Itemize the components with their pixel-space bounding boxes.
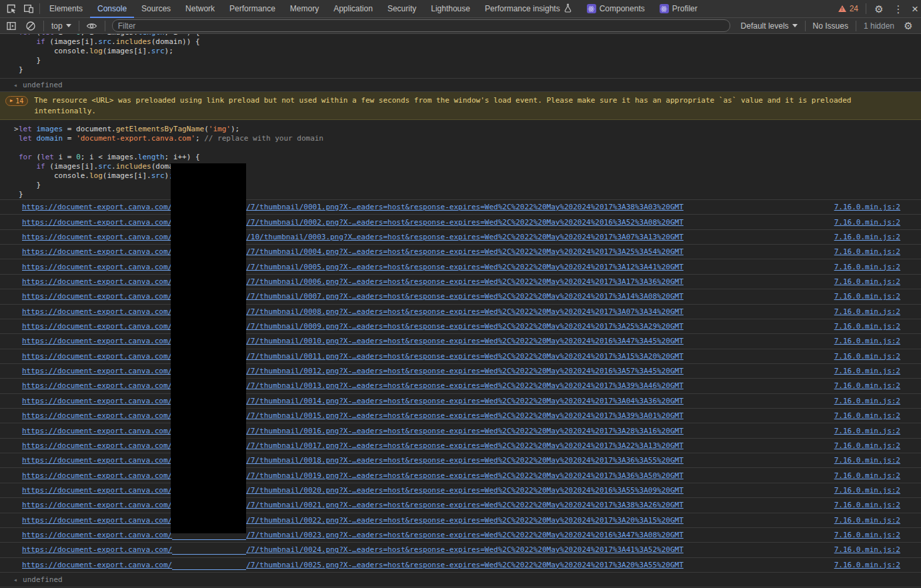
tab-security[interactable]: Security bbox=[380, 0, 423, 18]
source-location-link[interactable]: 7.16.0.min.js:2 bbox=[834, 411, 900, 420]
tab-network[interactable]: Network bbox=[178, 0, 222, 18]
logged-url-link-prefix[interactable]: https://document-export.canva.com/ bbox=[22, 203, 172, 211]
source-location-link[interactable]: 7.16.0.min.js:2 bbox=[834, 233, 900, 241]
logged-url-link-path[interactable]: /7/thumbnail/0014.png?X-…eaders=host&res… bbox=[246, 397, 684, 405]
source-location-link[interactable]: 7.16.0.min.js:2 bbox=[834, 501, 900, 509]
logged-url-link-path[interactable]: /7/thumbnail/0021.png?X-…eaders=host&res… bbox=[246, 501, 684, 509]
console-settings-button[interactable]: ⚙ bbox=[900, 18, 917, 34]
tab-sources[interactable]: Sources bbox=[134, 0, 178, 18]
source-location-link[interactable]: 7.16.0.min.js:2 bbox=[834, 322, 900, 331]
tab-memory[interactable]: Memory bbox=[283, 0, 326, 18]
logged-url-link-prefix[interactable]: https://document-export.canva.com/ bbox=[22, 561, 172, 569]
logged-url-link-prefix[interactable]: https://document-export.canva.com/ bbox=[22, 307, 172, 316]
devtools-settings-button[interactable]: ⚙ bbox=[870, 1, 888, 17]
logged-url-link-prefix[interactable]: https://document-export.canva.com/ bbox=[22, 531, 172, 539]
tab-lighthouse[interactable]: Lighthouse bbox=[423, 0, 478, 18]
source-location-link[interactable]: 7.16.0.min.js:2 bbox=[834, 381, 900, 390]
source-location-link[interactable]: 7.16.0.min.js:2 bbox=[834, 277, 900, 286]
logged-url-link-path[interactable]: /7/thumbnail/0007.png?X-…eaders=host&res… bbox=[246, 292, 684, 301]
logged-url-link-path[interactable]: /7/thumbnail/0024.png?X-…eaders=host&res… bbox=[246, 545, 684, 554]
tab-components[interactable]: Components bbox=[580, 0, 652, 18]
source-location-link[interactable]: 7.16.0.min.js:2 bbox=[834, 247, 900, 256]
source-location-link[interactable]: 7.16.0.min.js:2 bbox=[834, 456, 900, 465]
tab-performance-insights[interactable]: Performance insights bbox=[478, 0, 580, 18]
logged-url-link-prefix[interactable]: https://document-export.canva.com/ bbox=[22, 352, 172, 361]
tab-performance[interactable]: Performance bbox=[222, 0, 283, 18]
source-location-link[interactable]: 7.16.0.min.js:2 bbox=[834, 307, 900, 316]
logged-url-link-prefix[interactable]: https://document-export.canva.com/ bbox=[22, 397, 172, 405]
source-location-link[interactable]: 7.16.0.min.js:2 bbox=[834, 367, 900, 375]
logged-url-link-prefix[interactable]: https://document-export.canva.com/ bbox=[22, 247, 172, 256]
console-sidebar-toggle-button[interactable] bbox=[3, 18, 20, 34]
source-location-link[interactable]: 7.16.0.min.js:2 bbox=[834, 471, 900, 480]
logged-url-link-prefix[interactable]: https://document-export.canva.com/ bbox=[22, 263, 172, 271]
source-location-link[interactable]: 7.16.0.min.js:2 bbox=[834, 441, 900, 450]
console-filter-input[interactable] bbox=[112, 19, 730, 32]
clear-console-button[interactable] bbox=[22, 18, 39, 34]
logged-url-link-path[interactable]: /7/thumbnail/0022.png?X-…eaders=host&res… bbox=[246, 516, 684, 525]
device-toolbar-toggle-button[interactable] bbox=[20, 1, 37, 17]
devtools-menu-button[interactable]: ⋮ bbox=[890, 1, 907, 17]
source-location-link[interactable]: 7.16.0.min.js:2 bbox=[834, 263, 900, 271]
logged-url-link-path[interactable]: /7/thumbnail/0008.png?X-…eaders=host&res… bbox=[246, 307, 684, 316]
logged-url-link-path[interactable]: /7/thumbnail/0012.png?X-…eaders=host&res… bbox=[246, 367, 684, 375]
source-location-link[interactable]: 7.16.0.min.js:2 bbox=[834, 545, 900, 554]
javascript-context-selector[interactable]: top bbox=[48, 21, 75, 31]
logged-url-link-prefix[interactable]: https://document-export.canva.com/ bbox=[22, 218, 172, 227]
devtools-close-button[interactable]: × bbox=[909, 1, 921, 17]
logged-url-link-prefix[interactable]: https://document-export.canva.com/ bbox=[22, 516, 172, 525]
logged-url-link-path[interactable]: /7/thumbnail/0002.png?X-…eaders=host&res… bbox=[246, 218, 684, 227]
logged-url-link-prefix[interactable]: https://document-export.canva.com/ bbox=[22, 381, 172, 390]
logged-url-link-prefix[interactable]: https://document-export.canva.com/ bbox=[22, 292, 172, 301]
logged-url-link-path[interactable]: /7/thumbnail/0004.png?X-…eaders=host&res… bbox=[246, 247, 684, 256]
logged-url-link-path[interactable]: /7/thumbnail/0019.png?X-…eaders=host&res… bbox=[246, 471, 684, 480]
logged-url-link-path[interactable]: /7/thumbnail/0006.png?X-…eaders=host&res… bbox=[246, 277, 684, 286]
warning-repeat-badge[interactable]: ▶ 14 bbox=[5, 96, 28, 106]
logged-url-link-path[interactable]: /7/thumbnail/0010.png?X-…eaders=host&res… bbox=[246, 337, 684, 345]
logged-url-link-prefix[interactable]: https://document-export.canva.com/ bbox=[22, 322, 172, 331]
log-levels-dropdown[interactable]: Default levels bbox=[738, 21, 801, 31]
logged-url-link-prefix[interactable]: https://document-export.canva.com/ bbox=[22, 501, 172, 509]
logged-url-link-prefix[interactable]: https://document-export.canva.com/ bbox=[22, 427, 172, 435]
tab-elements[interactable]: Elements bbox=[42, 0, 90, 18]
create-live-expression-button[interactable] bbox=[83, 18, 101, 34]
logged-url-link-prefix[interactable]: https://document-export.canva.com/ bbox=[22, 486, 172, 495]
logged-url-link-prefix[interactable]: https://document-export.canva.com/ bbox=[22, 456, 172, 465]
source-location-link[interactable]: 7.16.0.min.js:2 bbox=[834, 427, 900, 435]
source-location-link[interactable]: 7.16.0.min.js:2 bbox=[834, 203, 900, 211]
source-location-link[interactable]: 7.16.0.min.js:2 bbox=[834, 352, 900, 361]
source-location-link[interactable]: 7.16.0.min.js:2 bbox=[834, 531, 900, 539]
logged-url-link-path[interactable]: /7/thumbnail/0001.png?X-…eaders=host&res… bbox=[246, 203, 684, 211]
source-location-link[interactable]: 7.16.0.min.js:2 bbox=[834, 397, 900, 405]
inspect-element-button[interactable] bbox=[3, 1, 20, 17]
source-location-link[interactable]: 7.16.0.min.js:2 bbox=[834, 292, 900, 301]
logged-url-link-path[interactable]: /7/thumbnail/0025.png?X-…eaders=host&res… bbox=[246, 561, 684, 569]
logged-url-link-path[interactable]: /7/thumbnail/0015.png?X-…eaders=host&res… bbox=[246, 411, 684, 420]
logged-url-link-path[interactable]: /7/thumbnail/0018.png?X-…eaders=host&res… bbox=[246, 456, 684, 465]
logged-url-link-prefix[interactable]: https://document-export.canva.com/ bbox=[22, 471, 172, 480]
logged-url-link-prefix[interactable]: https://document-export.canva.com/ bbox=[22, 411, 172, 420]
source-location-link[interactable]: 7.16.0.min.js:2 bbox=[834, 486, 900, 495]
hidden-messages-count[interactable]: 1 hidden bbox=[860, 21, 898, 31]
tab-application[interactable]: Application bbox=[326, 0, 380, 18]
logged-url-link-prefix[interactable]: https://document-export.canva.com/ bbox=[22, 367, 172, 375]
issues-warning-counter[interactable]: ! 24 bbox=[835, 4, 862, 13]
tab-profiler[interactable]: Profiler bbox=[652, 0, 705, 18]
source-location-link[interactable]: 7.16.0.min.js:2 bbox=[834, 561, 900, 569]
logged-url-link-prefix[interactable]: https://document-export.canva.com/ bbox=[22, 545, 172, 554]
issues-status[interactable]: No Issues bbox=[810, 21, 852, 31]
tab-console[interactable]: Console bbox=[90, 0, 134, 18]
logged-url-link-path[interactable]: /7/thumbnail/0017.png?X-…eaders=host&res… bbox=[246, 441, 684, 450]
logged-url-link-path[interactable]: /7/thumbnail/0016.png?X-…eaders=host&res… bbox=[246, 427, 684, 435]
source-location-link[interactable]: 7.16.0.min.js:2 bbox=[834, 218, 900, 227]
logged-url-link-path[interactable]: /7/thumbnail/0011.png?X-…eaders=host&res… bbox=[246, 352, 684, 361]
logged-url-link-prefix[interactable]: https://document-export.canva.com/ bbox=[22, 337, 172, 345]
logged-url-link-path[interactable]: /10/thumbnail/0003.png?X…eaders=host&res… bbox=[246, 233, 684, 241]
logged-url-link-prefix[interactable]: https://document-export.canva.com/ bbox=[22, 277, 172, 286]
logged-url-link-prefix[interactable]: https://document-export.canva.com/ bbox=[22, 233, 172, 241]
logged-url-link-path[interactable]: /7/thumbnail/0013.png?X-…eaders=host&res… bbox=[246, 381, 684, 390]
logged-url-link-path[interactable]: /7/thumbnail/0005.png?X-…eaders=host&res… bbox=[246, 263, 684, 271]
logged-url-link-path[interactable]: /7/thumbnail/0009.png?X-…eaders=host&res… bbox=[246, 322, 684, 331]
logged-url-link-path[interactable]: /7/thumbnail/0023.png?X-…eaders=host&res… bbox=[246, 531, 684, 539]
logged-url-link-prefix[interactable]: https://document-export.canva.com/ bbox=[22, 441, 172, 450]
